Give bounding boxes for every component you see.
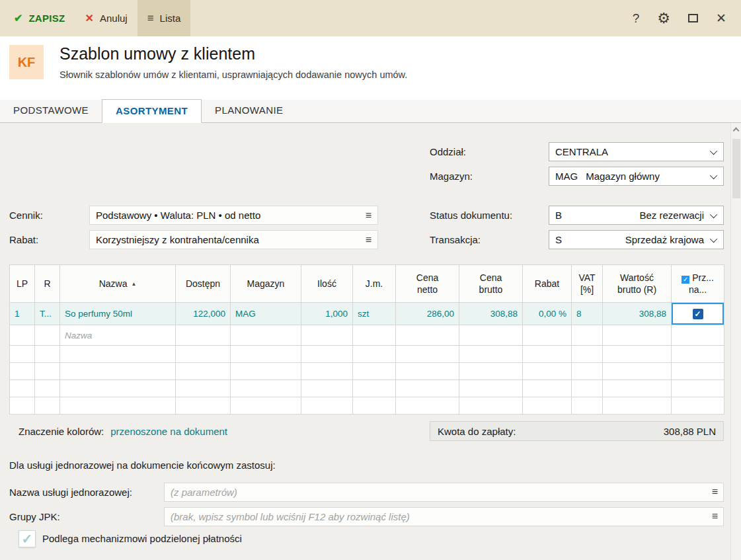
cell-empty[interactable] (301, 346, 353, 363)
cell-empty[interactable] (396, 346, 459, 363)
cell-empty[interactable] (176, 397, 231, 415)
cell-empty[interactable] (10, 346, 35, 363)
cell-empty[interactable] (231, 363, 301, 380)
cell-empty[interactable] (35, 346, 60, 363)
cell-empty[interactable] (60, 363, 176, 380)
cell-empty[interactable] (35, 325, 60, 346)
cell-empty[interactable] (672, 346, 724, 363)
rabat-field[interactable]: Korzystniejszy z kontrahenta/cennika ≡ (89, 230, 378, 249)
col-r[interactable]: R (35, 265, 60, 303)
cell-vat[interactable]: 8 (572, 303, 603, 325)
gear-icon[interactable]: ⚙ (657, 10, 670, 27)
col-rabat[interactable]: Rabat (523, 265, 572, 303)
cell-empty[interactable] (10, 363, 35, 380)
table-row[interactable] (10, 346, 724, 363)
col-wartosc-brutto[interactable]: Wartośćbrutto (R) (603, 265, 672, 303)
cell-empty[interactable] (672, 397, 724, 415)
transakcja-select[interactable]: S Sprzedaż krajowa (549, 230, 724, 249)
cell-empty[interactable] (60, 346, 176, 363)
cell-empty[interactable] (672, 325, 724, 346)
cell-dostepne[interactable]: 122,000 (176, 303, 231, 325)
table-row[interactable] (10, 380, 724, 397)
col-cena-brutto[interactable]: Cenabrutto (459, 265, 523, 303)
cell-empty[interactable] (396, 363, 459, 380)
table-row[interactable] (10, 363, 724, 380)
cell-przenies[interactable]: ✓ (672, 303, 724, 325)
cell-empty[interactable] (572, 397, 603, 415)
cell-empty[interactable] (523, 363, 572, 380)
cell-empty[interactable] (459, 363, 523, 380)
cell-r[interactable]: T... (35, 303, 60, 325)
cell-empty[interactable] (176, 346, 231, 363)
cell-magazyn[interactable]: MAG (231, 303, 301, 325)
close-icon[interactable]: ✕ (716, 11, 726, 26)
cell-empty[interactable] (672, 380, 724, 397)
col-lp[interactable]: LP (10, 265, 35, 303)
menu-icon[interactable]: ≡ (366, 234, 371, 246)
cell-empty[interactable] (603, 325, 672, 346)
cell-empty[interactable] (572, 325, 603, 346)
cell-empty[interactable] (459, 380, 523, 397)
cell-empty[interactable] (176, 363, 231, 380)
cell-empty[interactable] (353, 397, 396, 415)
menu-icon[interactable]: ≡ (712, 486, 718, 498)
cell-empty[interactable] (396, 380, 459, 397)
cancel-button[interactable]: ✕ Anuluj (75, 0, 137, 36)
cell-cena-netto[interactable]: 286,00 (396, 303, 459, 325)
cell-empty[interactable] (353, 380, 396, 397)
tab-asortyment[interactable]: ASORTYMENT (102, 99, 202, 123)
cell-empty[interactable] (35, 397, 60, 415)
cell-ilosc[interactable]: 1,000 (301, 303, 353, 325)
menu-icon[interactable]: ≡ (712, 510, 718, 522)
cell-empty[interactable] (10, 397, 35, 415)
cell-empty[interactable] (459, 346, 523, 363)
tab-podstawowe[interactable]: PODSTAWOWE (0, 99, 102, 122)
col-vat[interactable]: VAT[%] (572, 265, 603, 303)
cell-empty[interactable] (572, 380, 603, 397)
cell-empty[interactable] (301, 380, 353, 397)
cell-nazwa[interactable]: So perfumy 50ml (60, 303, 176, 325)
cell-empty[interactable] (396, 325, 459, 346)
cell-empty[interactable] (523, 346, 572, 363)
col-przenies[interactable]: ✓Prz...na... (672, 265, 724, 303)
cell-empty[interactable] (353, 325, 396, 346)
cell-empty[interactable] (459, 397, 523, 415)
scrollbar[interactable] (730, 123, 741, 560)
cell-empty[interactable] (35, 380, 60, 397)
cell-nazwa-placeholder[interactable]: Nazwa (60, 325, 176, 346)
maximize-icon[interactable] (688, 14, 698, 22)
cell-empty[interactable] (176, 325, 231, 346)
header-checkbox-icon[interactable]: ✓ (682, 276, 689, 284)
cell-rabat[interactable]: 0,00 % (523, 303, 572, 325)
cell-empty[interactable] (231, 325, 301, 346)
cell-empty[interactable] (672, 363, 724, 380)
cell-empty[interactable] (572, 363, 603, 380)
table-row[interactable] (10, 397, 724, 415)
cell-empty[interactable] (60, 397, 176, 415)
col-cena-netto[interactable]: Cenanetto (396, 265, 459, 303)
cell-empty[interactable] (523, 397, 572, 415)
magazyn-select[interactable]: MAG Magazyn główny (549, 167, 724, 186)
scroll-up-icon[interactable] (733, 128, 740, 134)
jpk-groups-input[interactable] (164, 507, 724, 526)
scrollbar-thumb[interactable] (732, 139, 740, 198)
table-row[interactable]: 1 T... So perfumy 50ml 122,000 MAG 1,000… (10, 303, 724, 325)
cell-empty[interactable] (231, 346, 301, 363)
menu-icon[interactable]: ≡ (366, 210, 371, 221)
cell-empty[interactable] (603, 346, 672, 363)
cennik-field[interactable]: Podstawowy • Waluta: PLN • od netto ≡ (89, 206, 378, 225)
cell-empty[interactable] (603, 380, 672, 397)
cell-cena-brutto[interactable]: 308,88 (459, 303, 523, 325)
status-select[interactable]: B Bez rezerwacji (549, 206, 724, 225)
save-button[interactable]: ✔ ZAPISZ (4, 0, 75, 36)
service-name-input[interactable] (164, 483, 724, 502)
cell-empty[interactable] (10, 380, 35, 397)
cell-empty[interactable] (523, 380, 572, 397)
cell-empty[interactable] (301, 397, 353, 415)
cell-empty[interactable] (572, 346, 603, 363)
cell-empty[interactable] (459, 325, 523, 346)
cell-empty[interactable] (603, 363, 672, 380)
help-icon[interactable]: ? (633, 11, 640, 26)
cell-jm[interactable]: szt (353, 303, 396, 325)
cell-empty[interactable] (60, 380, 176, 397)
